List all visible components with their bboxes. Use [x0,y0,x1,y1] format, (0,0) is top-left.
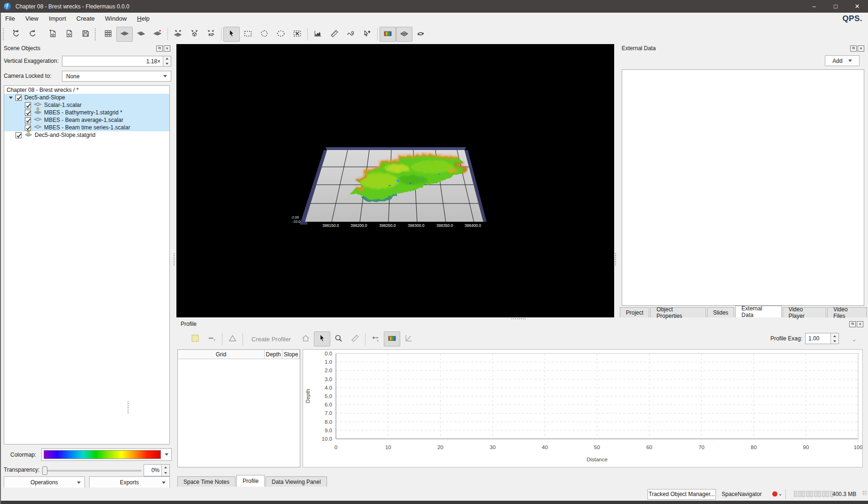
import-object-button[interactable] [61,27,77,42]
chevron-down-icon[interactable] [779,494,782,496]
tree-row-mbes-beam-average-1-scalar[interactable]: MBES - Beam average-1.scalar [4,116,169,124]
profile-zoom-button[interactable] [330,331,347,346]
menu-view[interactable]: View [20,14,44,23]
clear-selection-button[interactable] [289,27,305,42]
maximize-button[interactable]: □ [825,0,846,13]
zoom-extent-cube-button[interactable] [186,27,203,42]
toolbar-grip[interactable] [3,28,6,40]
tab-video-files[interactable]: Video Files [827,307,867,317]
histogram-button[interactable] [310,27,326,42]
splitter-handle[interactable] [174,253,175,265]
menu-file[interactable]: File [0,14,20,23]
tab-object-properties[interactable]: Object Properties [650,307,706,317]
external-data-list[interactable] [622,69,864,306]
collapse-panel-icon[interactable]: ⌄ [852,336,857,343]
profile-snap-button[interactable] [367,331,384,346]
profile-colormap-button[interactable] [384,331,400,346]
tree-row-scalar-1-scalar[interactable]: Scalar-1.scalar [4,101,169,109]
tab-profile[interactable]: Profile [236,475,265,487]
visibility-checkbox[interactable] [25,125,31,131]
profile-triangle-button[interactable] [224,331,241,346]
open-scene-button[interactable] [24,27,41,42]
tree-row-dec5-and-slope[interactable]: Dec5-and-Slope [4,94,169,101]
profile-chart[interactable]: 0.01.02.03.04.05.06.07.08.09.010.0010203… [303,349,863,467]
visibility-checkbox[interactable] [15,95,22,101]
tab-slides[interactable]: Slides [707,307,735,317]
colormap-button[interactable] [380,27,396,42]
menu-create[interactable]: Create [71,14,100,23]
profile-home-button[interactable] [297,331,314,346]
visibility-checkbox[interactable] [25,102,31,108]
exports-button[interactable]: Exports [89,476,170,488]
column-header-grid[interactable]: Grid [178,350,265,359]
add-button[interactable]: Add [825,55,860,66]
visibility-checkbox[interactable] [25,117,31,123]
tilted-grid-point-button[interactable] [149,27,166,42]
camera-locked-combo[interactable]: None [62,71,171,82]
menu-import[interactable]: Import [44,14,71,23]
close-panel-icon[interactable]: ✕ [857,321,863,327]
close-button[interactable]: ✕ [846,0,868,13]
vertical-exaggeration-input[interactable]: 1.18× [62,56,171,67]
close-panel-icon[interactable]: ✕ [858,45,864,52]
minimize-button[interactable]: – [803,0,825,13]
float-panel-icon[interactable]: ⧉ [849,321,856,327]
float-panel-icon[interactable]: ⧉ [156,45,163,52]
tree-row-project[interactable]: Chapter 08 - Brest wrecks / * [4,86,169,94]
visibility-checkbox[interactable] [15,132,22,138]
expander-icon[interactable] [9,97,13,99]
profile-line-width-button[interactable] [204,331,220,346]
profile-grid-table[interactable]: GridDepthSlope [177,349,300,467]
toolbar-grip[interactable] [95,28,98,40]
transparency-spinbox[interactable]: 0% [144,464,170,476]
tilted-grid-button[interactable] [116,27,133,42]
float-panel-icon[interactable]: ⧉ [850,45,857,52]
menu-help[interactable]: Help [132,14,155,23]
tilted-grid-wire-button[interactable] [133,27,149,42]
vertical-exaggeration-spinner[interactable] [163,56,171,66]
select-rect-button[interactable] [240,27,256,42]
pick-plus-button[interactable] [359,27,375,42]
shaded-grid-button[interactable] [396,27,412,42]
colormap-combo[interactable] [41,448,172,461]
import-object-star-button[interactable] [45,27,61,42]
tab-space-time-notes[interactable]: Space Time Notes [177,476,236,487]
splitter-handle[interactable] [511,318,525,320]
tab-external-data[interactable]: External Data [735,306,781,317]
column-header-slope[interactable]: Slope [282,350,300,359]
measure-button[interactable] [326,27,343,42]
3d-viewport[interactable]: 398150.0398200.0398250.0398300.0398350.0… [176,44,614,317]
zoom-extent-grid-button[interactable] [170,27,186,42]
operations-button[interactable]: Operations [4,476,85,488]
column-header-depth[interactable]: Depth [265,350,282,359]
profile-curve-button[interactable] [343,27,359,42]
tracked-object-manager-button[interactable]: Tracked Object Manager... [647,489,716,500]
close-panel-icon[interactable]: ✕ [164,45,170,52]
tree-row-mbes-bathymetry-1-statgrid[interactable]: MBES - Bathymetry-1.statgrid * [4,109,169,116]
tab-data-viewing-panel[interactable]: Data Viewing Panel [266,476,327,487]
new-scene-button[interactable] [8,27,24,42]
turntable-button[interactable] [412,27,429,42]
select-lasso-button[interactable] [273,27,289,42]
profile-axes-button[interactable] [400,331,417,346]
splitter-handle[interactable] [128,401,129,414]
cursor-button[interactable] [223,27,240,42]
transparency-slider[interactable] [42,470,142,472]
transparency-slider-handle[interactable] [42,466,47,475]
save-button[interactable] [77,27,94,42]
tab-video-player[interactable]: Video Player [783,307,826,317]
profile-measure-button[interactable] [347,331,363,346]
profile-exag-spinbox[interactable]: 1.00 [805,333,839,344]
flat-grid-button[interactable] [100,27,116,42]
profile-cursor-button[interactable] [314,331,330,346]
spacenavigator-status-icon[interactable] [772,491,777,496]
menu-window[interactable]: Window [100,14,132,23]
select-polygon-button[interactable] [256,27,273,42]
resize-grip[interactable] [862,490,867,495]
visibility-checkbox[interactable] [25,110,31,116]
profile-swatch-button[interactable] [187,331,204,346]
tree-row-dec5-and-slope-statgrid[interactable]: Dec5-and-Slope.statgrid [4,131,169,139]
splitter-handle[interactable] [615,253,617,265]
tab-project[interactable]: Project [620,307,649,317]
tree-row-mbes-beam-time-series-1-scalar[interactable]: MBES - Beam time series-1.scalar [4,124,169,131]
